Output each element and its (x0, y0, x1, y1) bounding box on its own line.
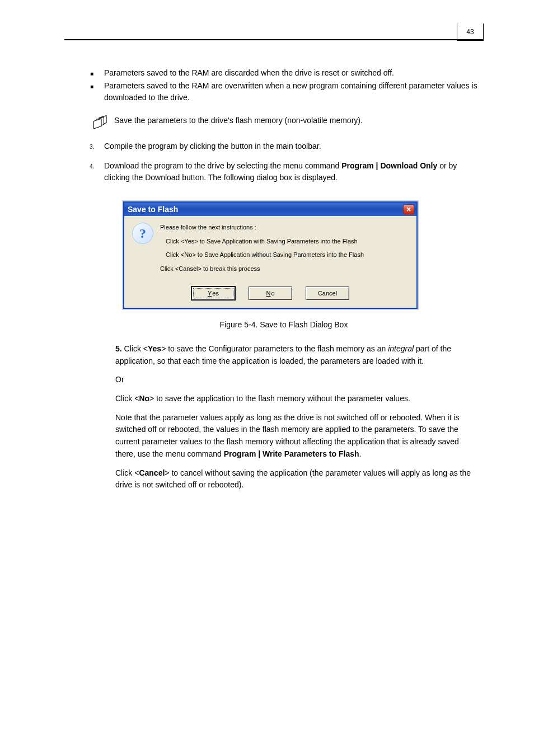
text-span: Click < (115, 468, 139, 477)
paper-pages-icon (90, 115, 110, 133)
menu-command: Program | Download Only (341, 161, 437, 170)
paragraph: 5. Click <Yes> to save the Configurator … (115, 343, 478, 367)
paragraph: Click <Cancel> to cancel without saving … (115, 467, 478, 491)
figure-caption: Figure 5-4. Save to Flash Dialog Box (90, 319, 478, 331)
step-text: Compile the program by clicking the butt… (104, 140, 478, 152)
button-label-rest: es (212, 290, 219, 297)
close-icon: × (406, 205, 411, 213)
list-item: 3. Compile the program by clicking the b… (90, 140, 478, 152)
titlebar: Save to Flash × (124, 203, 416, 216)
dialog-title: Save to Flash (128, 204, 178, 215)
text-span: Click < (115, 394, 139, 403)
bullet-item: ■ Parameters saved to the RAM are discar… (90, 67, 478, 79)
bullet-item: ■ Parameters saved to the RAM are overwr… (90, 80, 478, 104)
bullet-text: Parameters saved to the RAM are overwrit… (104, 80, 478, 104)
page-number-tab: 43 (457, 24, 484, 41)
text-span: > to cancel without saving the applicati… (115, 468, 471, 490)
list-item: 4. Download the program to the drive by … (90, 160, 478, 184)
header-rule (64, 39, 484, 40)
dialog-figure: Save to Flash × ? Please follow the next… (123, 201, 478, 309)
menu-command: Program | Write Parameters to Flash (224, 449, 359, 458)
close-button[interactable]: × (403, 204, 414, 214)
dialog-window: Save to Flash × ? Please follow the next… (123, 201, 418, 309)
question-icon: ? (132, 223, 153, 244)
paragraph: Click <No> to save the application to th… (115, 393, 478, 405)
dialog-button-row: Yes No Cancel (124, 287, 416, 308)
dialog-line: Click <Cansel> to break this process (160, 264, 409, 274)
bullet-text: Parameters saved to the RAM are discarde… (104, 67, 478, 79)
text-span: > to save the Configurator parameters to… (161, 344, 388, 353)
button-label-rest: o (271, 290, 274, 297)
button-label: Cancel (318, 289, 337, 298)
note: Save the parameters to the drive's flash… (90, 115, 478, 133)
dialog-line: Please follow the next instructions : (160, 223, 409, 232)
bullet-marker: ■ (90, 82, 94, 91)
cancel-button[interactable]: Cancel (306, 287, 349, 300)
dialog-body: ? Please follow the next instructions : … (124, 216, 416, 287)
step-number: 5. (115, 344, 122, 353)
text-span: > to save the application to the flash m… (149, 394, 410, 403)
dialog-text: Please follow the next instructions : Cl… (160, 223, 409, 278)
yes-label: Yes (148, 344, 161, 353)
step-number: 4. (90, 162, 94, 171)
note-text: Save the parameters to the drive's flash… (114, 115, 478, 126)
paragraph: Or (115, 374, 478, 386)
cancel-label: Cancel (139, 468, 165, 477)
page-root: 43 ■ Parameters saved to the RAM are dis… (0, 0, 534, 756)
dialog-line: Click <No> to Save Application without S… (166, 250, 409, 260)
access-key: Y (208, 290, 212, 297)
yes-button[interactable]: Yes (191, 287, 235, 300)
no-label: No (139, 394, 149, 403)
post-figure-text: 5. Click <Yes> to save the Configurator … (115, 343, 478, 491)
dialog-line: Click <Yes> to Save Application with Sav… (166, 237, 409, 246)
content-area: ■ Parameters saved to the RAM are discar… (90, 67, 478, 491)
text-span: Download the program to the drive by sel… (104, 161, 339, 170)
text-span: . (359, 449, 362, 458)
no-button[interactable]: No (249, 287, 292, 300)
step-number: 3. (90, 143, 94, 151)
bullet-marker: ■ (90, 69, 94, 78)
step-text: Download the program to the drive by sel… (104, 160, 478, 184)
text-span: Click < (124, 344, 148, 353)
access-key: N (266, 290, 270, 297)
paragraph: Note that the parameter values apply as … (115, 412, 478, 461)
emph-integral: integral (388, 344, 414, 353)
